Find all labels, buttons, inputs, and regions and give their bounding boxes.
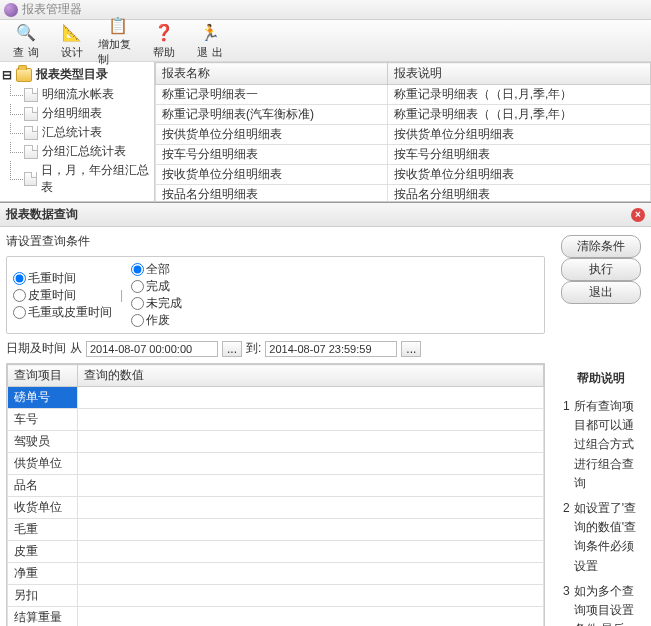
from-label: 从: [70, 340, 82, 357]
query-item-value[interactable]: [78, 519, 544, 541]
query-header: 查询项目: [8, 365, 78, 387]
toolbar-帮助-button[interactable]: ❓帮助: [144, 20, 184, 62]
query-row[interactable]: 驾驶员: [8, 431, 544, 453]
query-item-name: 结算重量: [8, 607, 78, 627]
grid-row[interactable]: 按供货单位分组明细表按供货单位分组明细表: [156, 125, 651, 145]
radio-完成[interactable]: 完成: [131, 278, 182, 295]
query-row[interactable]: 毛重: [8, 519, 544, 541]
radio-input[interactable]: [131, 314, 144, 327]
grid-cell: 按收货单位分组明细表: [156, 165, 388, 185]
grid-row[interactable]: 称重记录明细表(汽车衡标准)称重记录明细表（（日,月,季,年）: [156, 105, 651, 125]
radio-毛重或皮重时间[interactable]: 毛重或皮重时间: [13, 304, 112, 321]
query-item-name: 净重: [8, 563, 78, 585]
query-item-value[interactable]: [78, 409, 544, 431]
radio-input[interactable]: [131, 263, 144, 276]
grid-cell: 称重记录明细表（（日,月,季,年）: [388, 85, 651, 105]
button-退出[interactable]: 退出: [561, 281, 641, 304]
to-date-picker-button[interactable]: ...: [401, 341, 421, 357]
tree-item[interactable]: 日，月，年分组汇总表: [24, 161, 152, 197]
document-icon: [24, 172, 37, 186]
query-item-value[interactable]: [78, 585, 544, 607]
tree-item[interactable]: 分组汇总统计表: [24, 142, 152, 161]
button-清除条件[interactable]: 清除条件: [561, 235, 641, 258]
query-item-name: 磅单号: [8, 387, 78, 409]
help-title: 帮助说明: [577, 370, 625, 387]
query-item-value[interactable]: [78, 497, 544, 519]
tree-item[interactable]: 明细流水帐表: [24, 85, 152, 104]
query-item-value[interactable]: [78, 541, 544, 563]
query-row[interactable]: 供货单位: [8, 453, 544, 475]
radio-作废[interactable]: 作废: [131, 312, 182, 329]
grid-row[interactable]: 按车号分组明细表按车号分组明细表: [156, 145, 651, 165]
document-icon: [24, 145, 38, 159]
document-icon: [24, 126, 38, 140]
toolbar-增加复制-button[interactable]: 📋增加复制: [98, 12, 138, 69]
tree-item-label: 汇总统计表: [42, 124, 102, 141]
tree-root[interactable]: ⊟ 报表类型目录: [2, 66, 152, 83]
query-row[interactable]: 品名: [8, 475, 544, 497]
grid-cell: 按车号分组明细表: [388, 145, 651, 165]
tree-item[interactable]: 分组明细表: [24, 104, 152, 123]
main-area: ⊟ 报表类型目录 明细流水帐表分组明细表汇总统计表分组汇总统计表日，月，年分组汇…: [0, 62, 651, 202]
grid-row[interactable]: 按收货单位分组明细表按收货单位分组明细表: [156, 165, 651, 185]
document-icon: [24, 88, 38, 102]
radio-label: 未完成: [146, 295, 182, 312]
grid-cell: 按品名分组明细表: [156, 185, 388, 202]
radio-毛重时间[interactable]: 毛重时间: [13, 270, 112, 287]
grid-row[interactable]: 称重记录明细表一称重记录明细表（（日,月,季,年）: [156, 85, 651, 105]
from-datetime-input[interactable]: [86, 341, 218, 357]
toolbar-退 出-button[interactable]: 🏃退 出: [190, 20, 230, 62]
tree-item-label: 分组明细表: [42, 105, 102, 122]
query-item-value[interactable]: [78, 387, 544, 409]
grid-header[interactable]: 报表名称: [156, 63, 388, 85]
query-row[interactable]: 皮重: [8, 541, 544, 563]
query-item-value[interactable]: [78, 431, 544, 453]
grid-header[interactable]: 报表说明: [388, 63, 651, 85]
query-row[interactable]: 车号: [8, 409, 544, 431]
radio-皮重时间[interactable]: 皮重时间: [13, 287, 112, 304]
tree-item[interactable]: 汇总统计表: [24, 123, 152, 142]
from-date-picker-button[interactable]: ...: [222, 341, 242, 357]
query-item-value[interactable]: [78, 563, 544, 585]
toolbar: 🔍查 询📐设计📋增加复制❓帮助🏃退 出: [0, 20, 651, 62]
report-grid[interactable]: 报表名称报表说明 称重记录明细表一称重记录明细表（（日,月,季,年）称重记录明细…: [155, 62, 651, 201]
query-item-value[interactable]: [78, 453, 544, 475]
radio-input[interactable]: [13, 306, 26, 319]
query-item-value[interactable]: [78, 607, 544, 627]
radio-input[interactable]: [131, 280, 144, 293]
radio-input[interactable]: [13, 289, 26, 302]
toolbar-设计-button[interactable]: 📐设计: [52, 20, 92, 62]
grid-row[interactable]: 按品名分组明细表按品名分组明细表: [156, 185, 651, 202]
radio-全部[interactable]: 全部: [131, 261, 182, 278]
toolbar-label: 设计: [61, 45, 83, 60]
to-datetime-input[interactable]: [265, 341, 397, 357]
query-items-grid[interactable]: 查询项目查询的数值 磅单号车号驾驶员供货单位品名收货单位毛重皮重净重另扣结算重量…: [6, 363, 545, 626]
close-icon[interactable]: ×: [631, 208, 645, 222]
radio-未完成[interactable]: 未完成: [131, 295, 182, 312]
toolbar-查 询-button[interactable]: 🔍查 询: [6, 20, 46, 62]
radio-input[interactable]: [131, 297, 144, 310]
expand-icon[interactable]: ⊟: [2, 68, 12, 82]
query-row[interactable]: 收货单位: [8, 497, 544, 519]
query-item-name: 供货单位: [8, 453, 78, 475]
query-row[interactable]: 结算重量: [8, 607, 544, 627]
query-hint: 请设置查询条件: [6, 231, 545, 256]
query-dialog-title: 报表数据查询 ×: [0, 203, 651, 227]
tree-item-label: 明细流水帐表: [42, 86, 114, 103]
button-执行[interactable]: 执行: [561, 258, 641, 281]
query-item-value[interactable]: [78, 475, 544, 497]
toolbar-label: 帮助: [153, 45, 175, 60]
query-header: 查询的数值: [78, 365, 544, 387]
query-row[interactable]: 净重: [8, 563, 544, 585]
radio-input[interactable]: [13, 272, 26, 285]
query-row[interactable]: 磅单号: [8, 387, 544, 409]
folder-icon: [16, 68, 32, 82]
radio-label: 完成: [146, 278, 170, 295]
toolbar-icon: 🏃: [199, 22, 221, 44]
help-item: 2如设置了'查询的数值'查询条件必须设置: [563, 499, 639, 576]
query-row[interactable]: 另扣: [8, 585, 544, 607]
query-item-name: 车号: [8, 409, 78, 431]
radio-label: 全部: [146, 261, 170, 278]
query-item-name: 另扣: [8, 585, 78, 607]
toolbar-icon: ❓: [153, 22, 175, 44]
